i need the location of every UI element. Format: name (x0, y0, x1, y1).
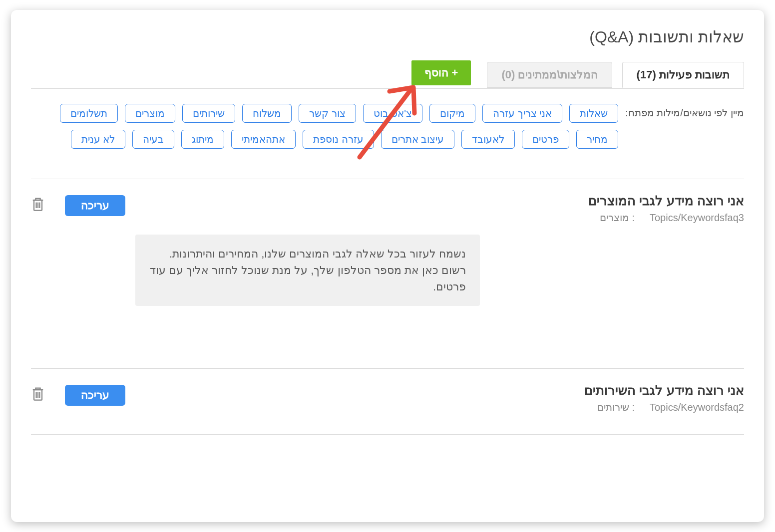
qa-meta-tags: מוצרים (600, 212, 629, 223)
filter-tag[interactable]: עיצוב אתרים (381, 130, 455, 149)
tab-active-label: תשובות פעילות (659, 68, 730, 81)
qa-meta-prefix: Topics/Keywords (650, 402, 725, 413)
add-button[interactable]: + הוסף (411, 60, 471, 85)
filter-tag[interactable]: תשלומים (60, 104, 118, 123)
filter-tag[interactable]: עזרה נוספת (303, 130, 374, 149)
qa-meta: Topics/Keywordsfaq3מוצרים (135, 212, 744, 224)
filter-tags: שאלותאני צריך עזרהמיקוםצ'אט בוטצור קשרמש… (31, 104, 618, 149)
filter-tag[interactable]: לאעובד (461, 130, 515, 149)
filter-tag[interactable]: מחיר (576, 130, 618, 149)
edit-button[interactable]: עריכה (65, 195, 125, 216)
qa-meta-tags: שירותים (597, 402, 629, 413)
qa-meta-prefix: Topics/Keywords (650, 212, 725, 223)
edit-button[interactable]: עריכה (65, 385, 125, 406)
qa-item: אני רוצה מידע לגבי המוצריםTopics/Keyword… (31, 179, 744, 369)
filter-tag[interactable]: מוצרים (125, 104, 175, 123)
qa-main: אני רוצה מידע לגבי השירותיםTopics/Keywor… (135, 383, 744, 424)
qa-title: אני רוצה מידע לגבי השירותים (135, 383, 744, 398)
filter-tag[interactable]: שאלות (569, 104, 618, 123)
tab-active-answers[interactable]: תשובות פעילות (17) (622, 62, 744, 88)
filter-tag[interactable]: מיתוג (181, 130, 224, 149)
filter-tag[interactable]: לא ענית (71, 130, 126, 149)
qa-actions: עריכה (31, 383, 125, 424)
tabs-row: תשובות פעילות (17) המלצות\ממתינים (0) + … (31, 60, 744, 89)
qa-answer: נשמח לעזור בכל שאלה לגבי המוצרים שלנו, ה… (135, 235, 480, 306)
qa-list: אני רוצה מידע לגבי המוצריםTopics/Keyword… (31, 179, 744, 435)
filter-tag[interactable]: בעיה (132, 130, 174, 149)
trash-icon[interactable] (31, 196, 45, 212)
filter-label: מיין לפי נושאים/מילות מפתח: (625, 104, 744, 119)
qa-item: אני רוצה מידע לגבי השירותיםTopics/Keywor… (31, 369, 744, 435)
trash-icon[interactable] (31, 386, 45, 402)
filter-tag[interactable]: משלוח (242, 104, 292, 123)
filter-section: מיין לפי נושאים/מילות מפתח: שאלותאני צרי… (31, 104, 744, 149)
tab-pending-label: המלצות\ממתינים (518, 68, 597, 81)
tab-pending[interactable]: המלצות\ממתינים (0) (487, 62, 612, 88)
tab-pending-count: 0 (505, 68, 511, 81)
qa-title: אני רוצה מידע לגבי המוצרים (135, 193, 744, 209)
filter-tag[interactable]: אני צריך עזרה (482, 104, 562, 123)
qa-meta: Topics/Keywordsfaq2שירותים (135, 401, 744, 413)
qa-main: אני רוצה מידע לגבי המוצריםTopics/Keyword… (135, 193, 744, 338)
filter-tag[interactable]: צ'אט בוט (363, 104, 422, 123)
tab-active-count: 17 (640, 68, 652, 81)
filter-tag[interactable]: מיקום (429, 104, 475, 123)
filter-tag[interactable]: פרטים (522, 130, 569, 149)
filter-tag[interactable]: צור קשר (299, 104, 356, 123)
page-title: שאלות ותשובות (Q&A) (31, 27, 744, 46)
filter-tag[interactable]: שירותים (182, 104, 235, 123)
qa-actions: עריכה (31, 193, 125, 338)
filter-tag[interactable]: אתהאמיתי (231, 130, 296, 149)
